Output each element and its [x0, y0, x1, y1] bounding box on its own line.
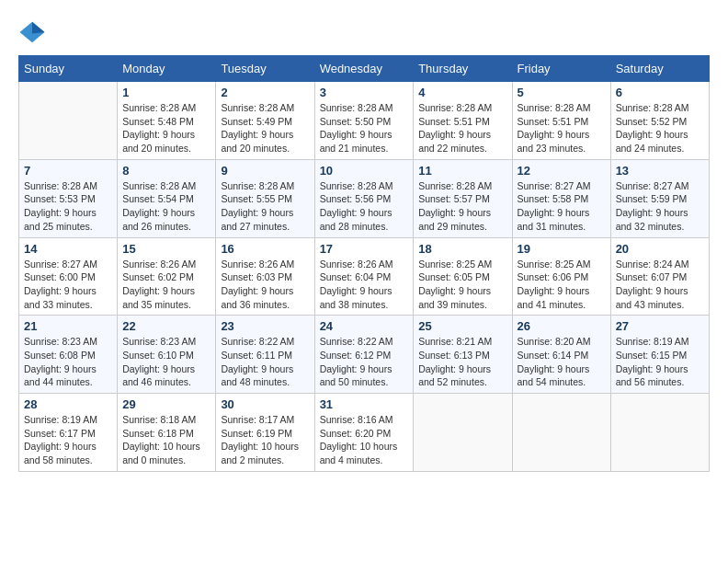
header-cell-monday: Monday: [118, 56, 216, 82]
calendar-cell: 15Sunrise: 8:26 AMSunset: 6:02 PMDayligh…: [118, 237, 216, 316]
day-number: 22: [122, 319, 210, 333]
calendar-cell: 5Sunrise: 8:28 AMSunset: 5:51 PMDaylight…: [512, 82, 610, 160]
day-number: 1: [122, 86, 210, 99]
day-number: 14: [24, 242, 112, 256]
day-number: 2: [221, 86, 309, 99]
day-number: 19: [518, 242, 606, 256]
day-info: Sunrise: 8:26 AMSunset: 6:03 PMDaylight:…: [221, 258, 309, 312]
day-info: Sunrise: 8:22 AMSunset: 6:11 PMDaylight:…: [221, 335, 309, 389]
day-number: 18: [418, 242, 506, 256]
day-number: 8: [122, 164, 210, 178]
day-number: 12: [518, 164, 606, 178]
day-number: 27: [616, 319, 704, 333]
header: [18, 18, 710, 46]
header-cell-thursday: Thursday: [414, 56, 512, 82]
day-number: 30: [221, 397, 309, 411]
calendar-cell: 30Sunrise: 8:17 AMSunset: 6:19 PMDayligh…: [216, 394, 314, 472]
logo: [18, 18, 48, 46]
day-number: 25: [418, 319, 506, 333]
day-info: Sunrise: 8:16 AMSunset: 6:20 PMDaylight:…: [320, 413, 409, 467]
day-info: Sunrise: 8:18 AMSunset: 6:18 PMDaylight:…: [122, 413, 210, 467]
calendar-cell: 28Sunrise: 8:19 AMSunset: 6:17 PMDayligh…: [19, 394, 118, 472]
calendar-cell: 11Sunrise: 8:28 AMSunset: 5:57 PMDayligh…: [414, 159, 512, 237]
calendar-table: SundayMondayTuesdayWednesdayThursdayFrid…: [18, 55, 710, 472]
calendar-cell: 18Sunrise: 8:25 AMSunset: 6:05 PMDayligh…: [414, 237, 512, 316]
day-number: 29: [122, 397, 210, 411]
calendar-cell: [512, 394, 610, 472]
day-number: 9: [221, 164, 309, 178]
day-number: 4: [418, 86, 506, 99]
day-info: Sunrise: 8:22 AMSunset: 6:12 PMDaylight:…: [320, 335, 409, 389]
day-info: Sunrise: 8:24 AMSunset: 6:07 PMDaylight:…: [616, 258, 704, 312]
header-cell-sunday: Sunday: [19, 56, 118, 82]
day-info: Sunrise: 8:17 AMSunset: 6:19 PMDaylight:…: [221, 413, 309, 467]
day-number: 26: [518, 319, 606, 333]
day-info: Sunrise: 8:28 AMSunset: 5:53 PMDaylight:…: [24, 179, 112, 234]
calendar-cell: 23Sunrise: 8:22 AMSunset: 6:11 PMDayligh…: [216, 316, 314, 394]
calendar-cell: [19, 82, 118, 160]
day-number: 31: [320, 397, 409, 411]
day-number: 11: [418, 164, 506, 178]
day-info: Sunrise: 8:27 AMSunset: 6:00 PMDaylight:…: [24, 258, 112, 312]
day-info: Sunrise: 8:28 AMSunset: 5:57 PMDaylight:…: [418, 179, 506, 234]
calendar-cell: 12Sunrise: 8:27 AMSunset: 5:58 PMDayligh…: [512, 159, 610, 237]
calendar-cell: 16Sunrise: 8:26 AMSunset: 6:03 PMDayligh…: [216, 237, 314, 316]
header-cell-friday: Friday: [512, 56, 610, 82]
day-info: Sunrise: 8:25 AMSunset: 6:06 PMDaylight:…: [518, 258, 606, 312]
day-number: 23: [221, 319, 309, 333]
calendar-cell: 14Sunrise: 8:27 AMSunset: 6:00 PMDayligh…: [19, 237, 118, 316]
day-info: Sunrise: 8:26 AMSunset: 6:02 PMDaylight:…: [122, 258, 210, 312]
calendar-cell: 2Sunrise: 8:28 AMSunset: 5:49 PMDaylight…: [216, 82, 314, 160]
svg-marker-1: [32, 22, 45, 34]
header-cell-wednesday: Wednesday: [314, 56, 414, 82]
day-info: Sunrise: 8:23 AMSunset: 6:10 PMDaylight:…: [122, 335, 210, 389]
calendar-cell: 13Sunrise: 8:27 AMSunset: 5:59 PMDayligh…: [610, 159, 709, 237]
day-info: Sunrise: 8:26 AMSunset: 6:04 PMDaylight:…: [320, 258, 409, 312]
calendar-week-row: 7Sunrise: 8:28 AMSunset: 5:53 PMDaylight…: [19, 159, 710, 237]
calendar-cell: 21Sunrise: 8:23 AMSunset: 6:08 PMDayligh…: [19, 316, 118, 394]
calendar-cell: 3Sunrise: 8:28 AMSunset: 5:50 PMDaylight…: [314, 82, 414, 160]
calendar-cell: 9Sunrise: 8:28 AMSunset: 5:55 PMDaylight…: [216, 159, 314, 237]
day-number: 3: [320, 86, 409, 99]
calendar-cell: 20Sunrise: 8:24 AMSunset: 6:07 PMDayligh…: [610, 237, 709, 316]
day-info: Sunrise: 8:28 AMSunset: 5:55 PMDaylight:…: [221, 179, 309, 234]
calendar-cell: 4Sunrise: 8:28 AMSunset: 5:51 PMDaylight…: [414, 82, 512, 160]
day-info: Sunrise: 8:25 AMSunset: 6:05 PMDaylight:…: [418, 258, 506, 312]
calendar-cell: 6Sunrise: 8:28 AMSunset: 5:52 PMDaylight…: [610, 82, 709, 160]
calendar-cell: 25Sunrise: 8:21 AMSunset: 6:13 PMDayligh…: [414, 316, 512, 394]
calendar-cell: 7Sunrise: 8:28 AMSunset: 5:53 PMDaylight…: [19, 159, 118, 237]
calendar-cell: 22Sunrise: 8:23 AMSunset: 6:10 PMDayligh…: [118, 316, 216, 394]
calendar-cell: 26Sunrise: 8:20 AMSunset: 6:14 PMDayligh…: [512, 316, 610, 394]
calendar-cell: 10Sunrise: 8:28 AMSunset: 5:56 PMDayligh…: [314, 159, 414, 237]
day-info: Sunrise: 8:28 AMSunset: 5:51 PMDaylight:…: [418, 101, 506, 155]
day-info: Sunrise: 8:28 AMSunset: 5:52 PMDaylight:…: [616, 101, 704, 155]
calendar-cell: 8Sunrise: 8:28 AMSunset: 5:54 PMDaylight…: [118, 159, 216, 237]
day-info: Sunrise: 8:21 AMSunset: 6:13 PMDaylight:…: [418, 335, 506, 389]
day-info: Sunrise: 8:28 AMSunset: 5:56 PMDaylight:…: [320, 179, 409, 234]
header-cell-saturday: Saturday: [610, 56, 709, 82]
day-info: Sunrise: 8:27 AMSunset: 5:59 PMDaylight:…: [616, 179, 704, 234]
day-number: 6: [616, 86, 704, 99]
day-info: Sunrise: 8:28 AMSunset: 5:51 PMDaylight:…: [518, 101, 606, 155]
day-info: Sunrise: 8:28 AMSunset: 5:50 PMDaylight:…: [320, 101, 409, 155]
calendar-week-row: 28Sunrise: 8:19 AMSunset: 6:17 PMDayligh…: [19, 394, 710, 472]
calendar-week-row: 21Sunrise: 8:23 AMSunset: 6:08 PMDayligh…: [19, 316, 710, 394]
calendar-cell: 19Sunrise: 8:25 AMSunset: 6:06 PMDayligh…: [512, 237, 610, 316]
calendar-cell: 17Sunrise: 8:26 AMSunset: 6:04 PMDayligh…: [314, 237, 414, 316]
day-number: 10: [320, 164, 409, 178]
day-number: 7: [24, 164, 112, 178]
calendar-week-row: 14Sunrise: 8:27 AMSunset: 6:00 PMDayligh…: [19, 237, 710, 316]
calendar-cell: [414, 394, 512, 472]
day-info: Sunrise: 8:20 AMSunset: 6:14 PMDaylight:…: [518, 335, 606, 389]
calendar-cell: [610, 394, 709, 472]
day-info: Sunrise: 8:28 AMSunset: 5:49 PMDaylight:…: [221, 101, 309, 155]
day-number: 28: [24, 397, 112, 411]
day-number: 24: [320, 319, 409, 333]
day-number: 16: [221, 242, 309, 256]
day-info: Sunrise: 8:28 AMSunset: 5:54 PMDaylight:…: [122, 179, 210, 234]
calendar-cell: 27Sunrise: 8:19 AMSunset: 6:15 PMDayligh…: [610, 316, 709, 394]
day-number: 13: [616, 164, 704, 178]
calendar-cell: 31Sunrise: 8:16 AMSunset: 6:20 PMDayligh…: [314, 394, 414, 472]
day-number: 21: [24, 319, 112, 333]
calendar-week-row: 1Sunrise: 8:28 AMSunset: 5:48 PMDaylight…: [19, 82, 710, 160]
